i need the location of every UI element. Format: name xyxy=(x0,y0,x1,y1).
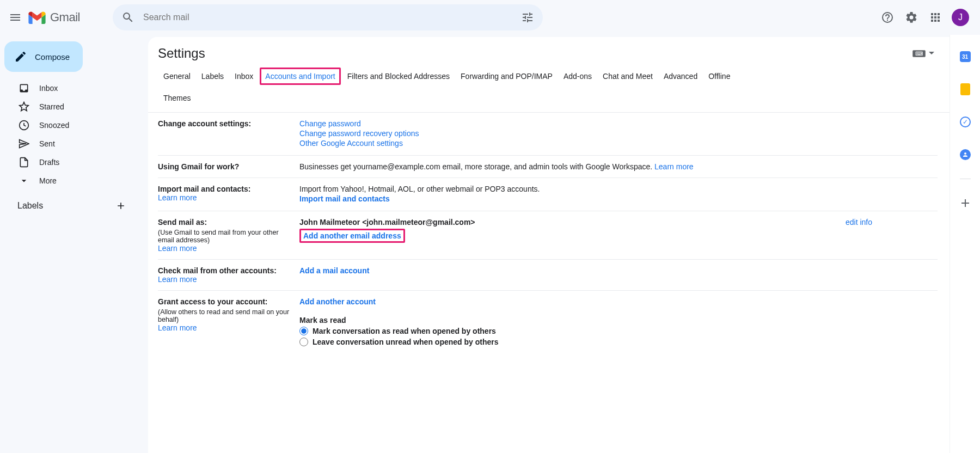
contacts-icon xyxy=(960,149,971,160)
settings-scroll-area[interactable]: Change account settings: Change password… xyxy=(148,112,950,453)
tab-general[interactable]: General xyxy=(158,68,196,85)
tab-addons[interactable]: Add-ons xyxy=(558,68,597,85)
section-import: Import mail and contacts: Learn more Imp… xyxy=(158,178,938,211)
calendar-app-button[interactable]: 31 xyxy=(954,46,976,68)
inbox-icon xyxy=(19,83,29,94)
link-learn-more-sendas[interactable]: Learn more xyxy=(158,244,294,253)
plus-icon xyxy=(115,200,126,211)
nav-sent[interactable]: Sent xyxy=(4,135,131,152)
search-input[interactable] xyxy=(139,13,517,22)
section-title: Grant access to your account: xyxy=(158,297,294,306)
link-add-mail-account[interactable]: Add a mail account xyxy=(299,266,369,275)
gmail-logo[interactable]: Gmail xyxy=(28,10,80,25)
section-title: Send mail as: xyxy=(158,218,294,226)
compose-button[interactable]: Compose xyxy=(4,41,83,72)
settings-tabs: General Labels Inbox Accounts and Import… xyxy=(148,65,950,85)
compose-label: Compose xyxy=(35,52,70,62)
tab-forwarding[interactable]: Forwarding and POP/IMAP xyxy=(455,68,558,85)
gmail-m-icon xyxy=(28,11,46,24)
clock-icon xyxy=(19,120,29,131)
nav-label: Starred xyxy=(39,102,64,111)
import-text: Import from Yahoo!, Hotmail, AOL, or oth… xyxy=(299,185,938,193)
tune-icon xyxy=(521,11,534,24)
link-learn-more-check[interactable]: Learn more xyxy=(158,275,294,284)
tab-filters[interactable]: Filters and Blocked Addresses xyxy=(342,68,455,85)
left-sidebar: Compose Inbox Starred Snoozed Sent xyxy=(0,35,139,453)
section-send-mail-as: Send mail as: (Use Gmail to send mail fr… xyxy=(158,211,938,260)
link-change-recovery[interactable]: Change password recovery options xyxy=(299,129,419,138)
chevron-down-icon xyxy=(19,175,29,186)
main-panel: Settings ⌨ General Labels Inbox Accounts… xyxy=(148,37,950,453)
tab-advanced[interactable]: Advanced xyxy=(658,68,703,85)
sidepanel-divider xyxy=(960,179,971,179)
star-icon xyxy=(19,101,29,112)
link-change-password[interactable]: Change password xyxy=(299,119,361,128)
apps-button[interactable] xyxy=(924,7,946,28)
tab-inbox[interactable]: Inbox xyxy=(229,68,259,85)
tasks-app-button[interactable]: ✓ xyxy=(954,111,976,133)
tab-accounts-import[interactable]: Accounts and Import xyxy=(260,68,340,85)
file-icon xyxy=(19,157,29,168)
nav-drafts[interactable]: Drafts xyxy=(4,154,131,171)
support-button[interactable] xyxy=(877,7,898,28)
input-method-selector[interactable]: ⌨ xyxy=(912,50,934,57)
account-avatar[interactable]: J xyxy=(952,9,969,26)
section-grant-access: Grant access to your account: (Allow oth… xyxy=(158,291,938,353)
tab-themes[interactable]: Themes xyxy=(158,89,197,107)
link-learn-more-work[interactable]: Learn more xyxy=(654,162,694,171)
search-button[interactable] xyxy=(117,7,139,28)
tasks-icon: ✓ xyxy=(960,117,971,127)
product-name: Gmail xyxy=(50,10,80,25)
section-title: Using Gmail for work? xyxy=(158,162,294,171)
search-bar xyxy=(113,4,543,30)
add-label-button[interactable] xyxy=(113,198,128,213)
work-text: Businesses get yourname@example.com emai… xyxy=(299,162,654,171)
link-learn-more-grant[interactable]: Learn more xyxy=(158,323,294,332)
nav-label: More xyxy=(39,176,57,185)
radio-mark-read[interactable]: Mark conversation as read when opened by… xyxy=(299,327,938,335)
gear-icon xyxy=(905,11,918,24)
tab-offline[interactable]: Offline xyxy=(703,68,736,85)
nav-starred[interactable]: Starred xyxy=(4,98,131,115)
link-import-mail-contacts[interactable]: Import mail and contacts xyxy=(299,194,390,203)
keep-icon xyxy=(960,83,970,95)
nav-more[interactable]: More xyxy=(4,172,131,189)
nav-label: Sent xyxy=(39,139,55,148)
nav-inbox[interactable]: Inbox xyxy=(4,79,131,97)
pencil-icon xyxy=(14,50,27,63)
link-add-another-account[interactable]: Add another account xyxy=(299,297,376,306)
tab-chat-meet[interactable]: Chat and Meet xyxy=(597,68,658,85)
contacts-app-button[interactable] xyxy=(954,144,976,166)
nav-label: Inbox xyxy=(39,84,58,93)
settings-button[interactable] xyxy=(901,7,922,28)
link-other-settings[interactable]: Other Google Account settings xyxy=(299,139,403,148)
tab-labels[interactable]: Labels xyxy=(196,68,229,85)
radio-leave-unread[interactable]: Leave conversation unread when opened by… xyxy=(299,338,938,346)
header-actions: J xyxy=(877,7,976,28)
labels-title: Labels xyxy=(17,201,43,211)
get-addons-button[interactable] xyxy=(954,192,976,214)
radio-leave-unread-input[interactable] xyxy=(299,338,308,346)
radio-mark-read-input[interactable] xyxy=(299,327,308,335)
section-work: Using Gmail for work? Businesses get you… xyxy=(158,156,938,178)
radio-leave-unread-label: Leave conversation unread when opened by… xyxy=(313,338,499,346)
link-add-another-email[interactable]: Add another email address xyxy=(303,231,401,240)
search-options-button[interactable] xyxy=(517,7,538,28)
menu-button[interactable] xyxy=(4,7,26,28)
send-icon xyxy=(19,138,29,149)
link-edit-info[interactable]: edit info xyxy=(846,218,938,226)
keep-app-button[interactable] xyxy=(954,78,976,100)
section-subtitle: (Allow others to read and send mail on y… xyxy=(158,308,294,323)
apps-grid-icon xyxy=(929,11,942,24)
link-learn-more-import[interactable]: Learn more xyxy=(158,193,294,202)
nav-list: Inbox Starred Snoozed Sent Drafts xyxy=(4,78,139,191)
section-check-mail: Check mail from other accounts: Learn mo… xyxy=(158,260,938,291)
section-title: Import mail and contacts: xyxy=(158,185,294,193)
nav-label: Drafts xyxy=(39,158,59,167)
nav-snoozed[interactable]: Snoozed xyxy=(4,117,131,134)
search-icon xyxy=(121,11,134,24)
page-title: Settings xyxy=(158,46,205,61)
dropdown-caret-icon xyxy=(929,51,934,56)
radio-mark-read-label: Mark conversation as read when opened by… xyxy=(313,327,496,335)
plus-icon xyxy=(959,197,972,210)
